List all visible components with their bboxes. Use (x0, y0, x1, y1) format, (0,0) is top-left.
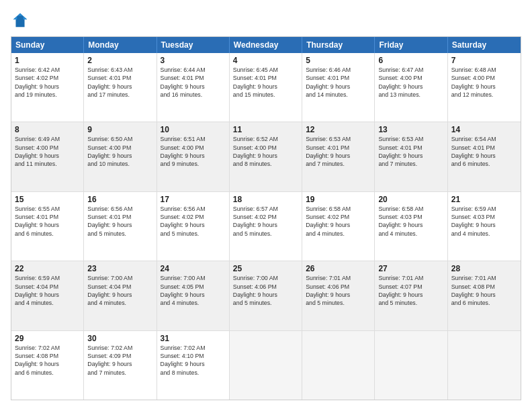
day-number: 18 (233, 195, 298, 204)
day-number: 6 (378, 56, 443, 65)
day-number: 8 (15, 125, 80, 134)
cal-cell-day-15: 15Sunrise: 6:55 AM Sunset: 4:01 PM Dayli… (11, 192, 84, 261)
cal-row-4: 22Sunrise: 6:59 AM Sunset: 4:04 PM Dayli… (11, 261, 521, 330)
cal-header-tuesday: Tuesday (157, 37, 230, 53)
cal-cell-day-27: 27Sunrise: 7:01 AM Sunset: 4:07 PM Dayli… (375, 261, 447, 330)
day-number: 28 (451, 264, 517, 273)
cal-cell-day-31: 31Sunrise: 7:02 AM Sunset: 4:10 PM Dayli… (157, 331, 230, 400)
cal-cell-day-10: 10Sunrise: 6:51 AM Sunset: 4:00 PM Dayli… (157, 122, 230, 191)
day-info: Sunrise: 7:01 AM Sunset: 4:07 PM Dayligh… (378, 274, 443, 307)
day-info: Sunrise: 6:54 AM Sunset: 4:01 PM Dayligh… (451, 135, 517, 168)
cal-cell-day-18: 18Sunrise: 6:57 AM Sunset: 4:02 PM Dayli… (230, 192, 302, 261)
day-number: 9 (87, 125, 152, 134)
header (11, 11, 521, 30)
day-info: Sunrise: 7:02 AM Sunset: 4:10 PM Dayligh… (161, 344, 226, 377)
day-number: 5 (306, 56, 371, 65)
cal-cell-day-4: 4Sunrise: 6:45 AM Sunset: 4:01 PM Daylig… (230, 53, 302, 122)
cal-header-sunday: Sunday (11, 37, 84, 53)
cal-cell-day-29: 29Sunrise: 7:02 AM Sunset: 4:08 PM Dayli… (11, 331, 84, 400)
day-info: Sunrise: 7:01 AM Sunset: 4:08 PM Dayligh… (451, 274, 517, 307)
cal-cell-day-23: 23Sunrise: 7:00 AM Sunset: 4:04 PM Dayli… (84, 261, 157, 330)
day-number: 24 (161, 264, 226, 273)
day-info: Sunrise: 7:00 AM Sunset: 4:06 PM Dayligh… (233, 274, 298, 307)
cal-cell-day-5: 5Sunrise: 6:46 AM Sunset: 4:01 PM Daylig… (302, 53, 375, 122)
day-info: Sunrise: 6:49 AM Sunset: 4:00 PM Dayligh… (15, 135, 80, 168)
day-number: 13 (378, 125, 443, 134)
day-number: 10 (161, 125, 226, 134)
day-number: 22 (15, 264, 80, 273)
cal-cell-day-14: 14Sunrise: 6:54 AM Sunset: 4:01 PM Dayli… (448, 122, 521, 191)
day-number: 25 (233, 264, 298, 273)
day-number: 15 (15, 195, 80, 204)
cal-cell-day-28: 28Sunrise: 7:01 AM Sunset: 4:08 PM Dayli… (448, 261, 521, 330)
cal-cell-empty (230, 331, 302, 400)
day-info: Sunrise: 6:52 AM Sunset: 4:00 PM Dayligh… (233, 135, 298, 168)
cal-header-monday: Monday (84, 37, 157, 53)
cal-cell-day-26: 26Sunrise: 7:01 AM Sunset: 4:06 PM Dayli… (302, 261, 375, 330)
cal-cell-day-17: 17Sunrise: 6:56 AM Sunset: 4:02 PM Dayli… (157, 192, 230, 261)
cal-cell-empty (302, 331, 375, 400)
day-number: 31 (161, 334, 226, 343)
day-number: 26 (306, 264, 371, 273)
cal-cell-day-19: 19Sunrise: 6:58 AM Sunset: 4:02 PM Dayli… (302, 192, 375, 261)
cal-cell-day-25: 25Sunrise: 7:00 AM Sunset: 4:06 PM Dayli… (230, 261, 302, 330)
cal-header-friday: Friday (375, 37, 447, 53)
day-number: 2 (87, 56, 152, 65)
day-number: 14 (451, 125, 517, 134)
day-number: 20 (378, 195, 443, 204)
day-info: Sunrise: 6:59 AM Sunset: 4:03 PM Dayligh… (451, 205, 517, 238)
day-number: 1 (15, 56, 80, 65)
cal-cell-day-6: 6Sunrise: 6:47 AM Sunset: 4:00 PM Daylig… (375, 53, 447, 122)
cal-cell-day-3: 3Sunrise: 6:44 AM Sunset: 4:01 PM Daylig… (157, 53, 230, 122)
day-info: Sunrise: 6:57 AM Sunset: 4:02 PM Dayligh… (233, 205, 298, 238)
day-number: 23 (87, 264, 152, 273)
cal-row-3: 15Sunrise: 6:55 AM Sunset: 4:01 PM Dayli… (11, 191, 521, 261)
day-number: 3 (161, 56, 226, 65)
day-info: Sunrise: 7:00 AM Sunset: 4:05 PM Dayligh… (161, 274, 226, 307)
day-info: Sunrise: 6:50 AM Sunset: 4:00 PM Dayligh… (87, 135, 152, 168)
cal-cell-empty (375, 331, 447, 400)
day-info: Sunrise: 6:56 AM Sunset: 4:01 PM Dayligh… (87, 205, 152, 238)
day-info: Sunrise: 6:51 AM Sunset: 4:00 PM Dayligh… (161, 135, 226, 168)
cal-cell-day-11: 11Sunrise: 6:52 AM Sunset: 4:00 PM Dayli… (230, 122, 302, 191)
cal-row-1: 1Sunrise: 6:42 AM Sunset: 4:02 PM Daylig… (11, 53, 521, 122)
cal-cell-day-16: 16Sunrise: 6:56 AM Sunset: 4:01 PM Dayli… (84, 192, 157, 261)
logo (11, 11, 32, 30)
day-info: Sunrise: 6:56 AM Sunset: 4:02 PM Dayligh… (161, 205, 226, 238)
day-info: Sunrise: 7:02 AM Sunset: 4:08 PM Dayligh… (15, 344, 80, 377)
day-info: Sunrise: 6:53 AM Sunset: 4:01 PM Dayligh… (378, 135, 443, 168)
day-number: 17 (161, 195, 226, 204)
day-number: 7 (451, 56, 517, 65)
logo-icon (11, 11, 30, 30)
cal-cell-day-22: 22Sunrise: 6:59 AM Sunset: 4:04 PM Dayli… (11, 261, 84, 330)
day-number: 11 (233, 125, 298, 134)
cal-header-wednesday: Wednesday (230, 37, 302, 53)
day-number: 12 (306, 125, 371, 134)
day-info: Sunrise: 6:58 AM Sunset: 4:03 PM Dayligh… (378, 205, 443, 238)
day-number: 19 (306, 195, 371, 204)
cal-header-thursday: Thursday (302, 37, 375, 53)
calendar: SundayMondayTuesdayWednesdayThursdayFrid… (11, 36, 521, 400)
day-info: Sunrise: 6:59 AM Sunset: 4:04 PM Dayligh… (15, 274, 80, 307)
cal-cell-day-12: 12Sunrise: 6:53 AM Sunset: 4:01 PM Dayli… (302, 122, 375, 191)
day-info: Sunrise: 6:48 AM Sunset: 4:00 PM Dayligh… (451, 66, 517, 99)
page: SundayMondayTuesdayWednesdayThursdayFrid… (0, 0, 532, 411)
cal-cell-day-1: 1Sunrise: 6:42 AM Sunset: 4:02 PM Daylig… (11, 53, 84, 122)
cal-cell-day-20: 20Sunrise: 6:58 AM Sunset: 4:03 PM Dayli… (375, 192, 447, 261)
day-info: Sunrise: 6:58 AM Sunset: 4:02 PM Dayligh… (306, 205, 371, 238)
cal-row-5: 29Sunrise: 7:02 AM Sunset: 4:08 PM Dayli… (11, 330, 521, 400)
day-info: Sunrise: 6:42 AM Sunset: 4:02 PM Dayligh… (15, 66, 80, 99)
cal-cell-day-2: 2Sunrise: 6:43 AM Sunset: 4:01 PM Daylig… (84, 53, 157, 122)
cal-cell-day-8: 8Sunrise: 6:49 AM Sunset: 4:00 PM Daylig… (11, 122, 84, 191)
day-number: 16 (87, 195, 152, 204)
cal-cell-day-24: 24Sunrise: 7:00 AM Sunset: 4:05 PM Dayli… (157, 261, 230, 330)
cal-row-2: 8Sunrise: 6:49 AM Sunset: 4:00 PM Daylig… (11, 122, 521, 191)
day-info: Sunrise: 6:47 AM Sunset: 4:00 PM Dayligh… (378, 66, 443, 99)
cal-cell-day-30: 30Sunrise: 7:02 AM Sunset: 4:09 PM Dayli… (84, 331, 157, 400)
day-info: Sunrise: 6:46 AM Sunset: 4:01 PM Dayligh… (306, 66, 371, 99)
day-info: Sunrise: 7:02 AM Sunset: 4:09 PM Dayligh… (87, 344, 152, 377)
day-info: Sunrise: 6:43 AM Sunset: 4:01 PM Dayligh… (87, 66, 152, 99)
cal-cell-day-21: 21Sunrise: 6:59 AM Sunset: 4:03 PM Dayli… (448, 192, 521, 261)
day-number: 30 (87, 334, 152, 343)
cal-header-saturday: Saturday (448, 37, 521, 53)
